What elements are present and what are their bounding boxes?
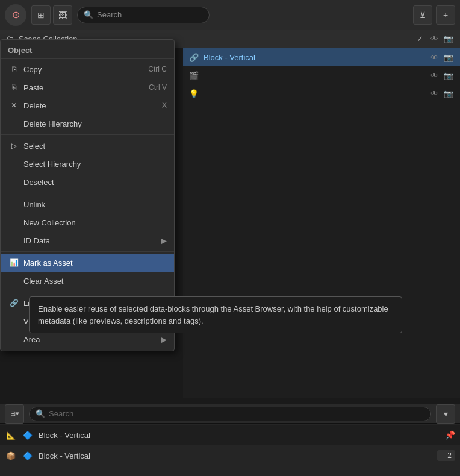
search-icon: 🔍 xyxy=(84,10,93,19)
visibility-check-icon[interactable]: ✓ xyxy=(414,34,425,45)
library-override-icon: 🔗 xyxy=(8,299,20,307)
row-eye-icon2[interactable]: 👁 xyxy=(429,70,440,81)
outliner-area: 🔗 Block - Vertical 👁 📷 🎬 👁 📷 💡 👁 📷 xyxy=(183,48,460,398)
top-search-bar[interactable]: 🔍 Search xyxy=(77,7,210,23)
bottom-search-icon: 🔍 xyxy=(36,409,45,418)
menu-item-delete-hierarchy[interactable]: Delete Hierarchy xyxy=(1,114,174,133)
menu-item-unlink[interactable]: Unlink xyxy=(1,195,174,213)
select-hierarchy-label: Select Hierarchy xyxy=(23,160,81,169)
bottom-panel: ⊞▾ 🔍 Search ▾ 📐 🔷 Block - Vertical 📌 📦 🔷… xyxy=(0,404,460,476)
separator1 xyxy=(1,134,174,135)
menu-item-paste[interactable]: ⎗ Paste Ctrl V xyxy=(1,78,174,96)
list-item[interactable]: 📦 🔷 Block - Vertical 2 xyxy=(0,445,460,466)
separator2 xyxy=(1,193,174,193)
delete-label: Delete xyxy=(23,101,46,110)
row-icon3: 💡 xyxy=(189,89,199,98)
row-cam-icon[interactable]: 📷 xyxy=(443,52,454,63)
bottom-row-number2: 2 xyxy=(437,450,455,461)
bottom-row-icon2: 📦 xyxy=(5,449,17,462)
select-label: Select xyxy=(23,142,45,151)
copy-shortcut: Ctrl C xyxy=(148,65,167,74)
delete-shortcut: X xyxy=(162,101,167,110)
table-row[interactable]: 💡 👁 📷 xyxy=(183,84,460,102)
copy-label: Copy xyxy=(23,65,42,74)
separator4 xyxy=(1,292,174,292)
clear-asset-label: Clear Asset xyxy=(23,277,63,286)
row-cam-icon2[interactable]: 📷 xyxy=(443,70,454,81)
row-label: Block - Vertical xyxy=(204,53,255,62)
menu-item-clear-asset[interactable]: Clear Asset xyxy=(1,272,174,290)
bottom-search-bar[interactable]: 🔍 Search xyxy=(29,407,431,421)
bottom-row-type-icon1: 🔷 xyxy=(22,429,34,441)
delete-hierarchy-label: Delete Hierarchy xyxy=(23,119,82,128)
image-icon-btn[interactable]: 🖼 xyxy=(53,5,72,25)
select-icon: ▷ xyxy=(8,142,20,150)
bottom-row-icon1: 📐 xyxy=(5,429,17,441)
bottom-row-label2: Block - Vertical xyxy=(39,451,432,460)
bottom-toolbar-btn[interactable]: ⊞▾ xyxy=(5,404,24,424)
mark-asset-icon: 📊 xyxy=(8,258,20,267)
deselect-label: Deselect xyxy=(23,178,54,187)
row-eye-icon[interactable]: 👁 xyxy=(429,52,440,63)
menu-item-copy[interactable]: ⎘ Copy Ctrl C xyxy=(1,60,174,78)
paste-label: Paste xyxy=(23,83,43,92)
tooltip: Enable easier reuse of selected data-blo… xyxy=(29,296,402,333)
row-cam-icon3[interactable]: 📷 xyxy=(443,88,454,99)
context-menu-header: Object xyxy=(1,42,174,59)
menu-item-select[interactable]: ▷ Select xyxy=(1,137,174,155)
filter-icon-btn[interactable]: ⊻ xyxy=(413,5,432,25)
top-bar-right: ⊻ + xyxy=(413,5,455,25)
unlink-label: Unlink xyxy=(23,200,45,209)
row-icon: 🔗 xyxy=(189,53,199,62)
menu-item-select-hierarchy[interactable]: Select Hierarchy xyxy=(1,155,174,173)
table-row[interactable]: 🎬 👁 📷 xyxy=(183,66,460,84)
bottom-row-label1: Block - Vertical xyxy=(39,431,440,440)
area-arrow: ▶ xyxy=(161,335,167,344)
bottom-dropdown-btn[interactable]: ▾ xyxy=(436,404,455,424)
table-row[interactable]: 🔗 Block - Vertical 👁 📷 xyxy=(183,48,460,66)
row-icon2: 🎬 xyxy=(189,71,199,80)
new-collection-label: New Collection xyxy=(23,218,76,227)
camera-icon[interactable]: 📷 xyxy=(443,34,454,45)
paste-icon: ⎗ xyxy=(8,83,20,92)
bottom-search-placeholder: Search xyxy=(49,409,73,418)
bottom-row-pin1: 📌 xyxy=(445,430,455,440)
top-bar-icons: ⊞ 🖼 xyxy=(31,5,72,25)
id-data-label: ID Data xyxy=(23,236,50,245)
add-icon-btn[interactable]: + xyxy=(436,5,455,25)
list-item[interactable]: 📐 🔷 Block - Vertical 📌 xyxy=(0,425,460,445)
bottom-toolbar: ⊞▾ 🔍 Search ▾ xyxy=(0,404,460,424)
id-data-arrow: ▶ xyxy=(161,236,167,245)
chevron-down-icon: ▾ xyxy=(444,409,448,419)
blender-logo: ⊙ xyxy=(5,4,26,26)
tooltip-text: Enable easier reuse of selected data-blo… xyxy=(38,304,388,325)
mark-asset-label: Mark as Asset xyxy=(23,258,73,268)
paste-shortcut: Ctrl V xyxy=(149,83,167,92)
eye-icon[interactable]: 👁 xyxy=(429,34,440,45)
delete-icon: ✕ xyxy=(8,101,20,110)
copy-icon: ⎘ xyxy=(8,65,20,74)
menu-item-delete[interactable]: ✕ Delete X xyxy=(1,96,174,114)
menu-item-new-collection[interactable]: New Collection xyxy=(1,213,174,231)
row-eye-icon3[interactable]: 👁 xyxy=(429,88,440,99)
menu-item-mark-asset[interactable]: 📊 Mark as Asset xyxy=(1,254,174,272)
row-icons2: 👁 📷 xyxy=(429,70,454,81)
separator3 xyxy=(1,251,174,252)
area-label: Area xyxy=(23,335,40,344)
layout-icon-btn[interactable]: ⊞ xyxy=(31,5,51,25)
menu-item-deselect[interactable]: Deselect xyxy=(1,173,174,191)
bottom-row-type-icon2: 🔷 xyxy=(22,449,34,462)
menu-item-id-data[interactable]: ID Data ▶ xyxy=(1,231,174,249)
row-icons: 👁 📷 xyxy=(429,52,454,63)
top-bar: ⊙ ⊞ 🖼 🔍 Search ⊻ + xyxy=(0,0,460,30)
row-icons3: 👁 📷 xyxy=(429,88,454,99)
